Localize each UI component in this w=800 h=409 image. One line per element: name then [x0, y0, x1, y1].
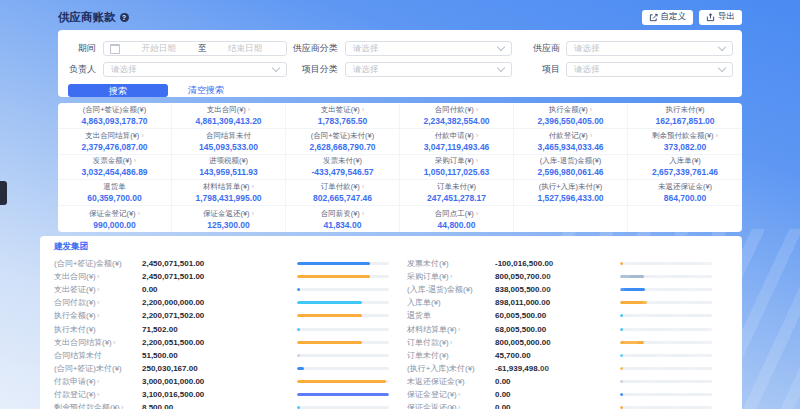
calendar-icon: [110, 44, 120, 54]
chevron-right-icon: ›: [134, 156, 137, 165]
group-row-label: (合同+签证)金额(¥): [54, 258, 142, 269]
card-label: 合同结算未付: [206, 131, 251, 141]
summary-card: 发票未付(¥)-433,479,546.57: [286, 155, 400, 181]
group-row[interactable]: 材料结算单(¥)›68,005,500.00: [407, 322, 712, 335]
bar-fill: [297, 328, 300, 331]
summary-card[interactable]: 付款申请(¥)›3,047,119,493.46: [400, 129, 514, 155]
group-row: 未返还保证金(¥)0.00: [407, 375, 712, 388]
bar-track: [297, 393, 389, 396]
search-button[interactable]: 搜索: [68, 84, 168, 97]
bar-fill: [297, 314, 362, 317]
supplier-select[interactable]: 请选择: [566, 41, 733, 56]
title-bar: 供应商账款 ? 自定义 导出: [58, 0, 742, 32]
chevron-down-icon: [497, 43, 505, 51]
card-label: 未返还保证金(¥): [658, 182, 712, 192]
bar-track: [297, 328, 389, 331]
group-row-label: 未返还保证金(¥): [407, 376, 495, 387]
start-date-placeholder: 开始日期: [124, 43, 194, 55]
bar-fill: [297, 354, 300, 357]
date-range-input[interactable]: 开始日期 至 结束日期: [103, 41, 287, 56]
card-label: 执行未付(¥): [665, 105, 704, 115]
drawer-handle[interactable]: [0, 181, 7, 205]
bar-track: [620, 354, 712, 357]
summary-card: 进项税额(¥)143,959,511.93: [172, 155, 286, 181]
summary-card[interactable]: 合同点工(¥)›44,800.00: [400, 206, 514, 232]
group-left-column: (合同+签证)金额(¥)2,450,071,501.00支出合同(¥)›2,45…: [40, 257, 391, 409]
owner-select[interactable]: 请选择: [103, 62, 287, 77]
group-row[interactable]: 订单付款(¥)›800,005,000.00: [407, 336, 712, 349]
help-icon[interactable]: ?: [120, 13, 129, 22]
summary-card[interactable]: 材料结算单(¥)›1,798,431,995.00: [172, 180, 286, 206]
group-row[interactable]: 保证金返还(¥)›0.00: [407, 401, 712, 409]
group-row-value: 60,005,500.00: [495, 311, 620, 320]
chevron-right-icon: ›: [362, 209, 365, 218]
card-label: 订单付款(¥)›: [321, 182, 365, 192]
group-row: (合同+签证)金额(¥)2,450,071,501.00: [54, 257, 389, 270]
customize-label: 自定义: [661, 11, 687, 23]
summary-card[interactable]: 保证金返还(¥)›125,300.00: [172, 206, 286, 232]
bar-track: [620, 301, 712, 304]
group-row[interactable]: 支出合同结算(¥)›2,200,051,500.00: [54, 336, 389, 349]
card-value: 2,396,550,405.00: [537, 116, 603, 126]
summary-card[interactable]: 付款登记(¥)›3,465,934,033.46: [514, 129, 628, 155]
supplier-category-select[interactable]: 请选择: [345, 41, 512, 56]
card-value: 2,628,668,790.70: [309, 142, 375, 152]
date-range-separator: 至: [198, 43, 207, 55]
card-value: 162,167,851.00: [655, 116, 714, 126]
summary-card[interactable]: 支出合同(¥)›4,861,309,413.20: [172, 103, 286, 129]
card-label: 发票金额(¥)›: [93, 156, 137, 166]
group-row[interactable]: 支出签证(¥)›0.00: [54, 283, 389, 296]
group-row[interactable]: 保证金登记(¥)›0.00: [407, 388, 712, 401]
chevron-right-icon: ›: [252, 182, 255, 191]
group-row[interactable]: 采购订单(¥)›800,050,700.00: [407, 270, 712, 283]
select-placeholder: 请选择: [111, 64, 137, 76]
group-row-value: 3,000,001,000.00: [142, 377, 297, 386]
project-select[interactable]: 请选择: [566, 62, 733, 77]
bar-track: [620, 314, 712, 317]
card-value: 373,082.00: [664, 142, 707, 152]
title-actions: 自定义 导出: [642, 10, 743, 25]
summary-card: (执行+入库)未付(¥)1,527,596,433.00: [514, 180, 628, 206]
bar-track: [297, 314, 389, 317]
summary-card[interactable]: 发票金额(¥)›3,032,454,486.89: [58, 155, 172, 181]
summary-card[interactable]: 执行金额(¥)›2,396,550,405.00: [514, 103, 628, 129]
bar-fill: [620, 393, 623, 396]
summary-card[interactable]: 保证金登记(¥)›990,000.00: [58, 206, 172, 232]
summary-card[interactable]: 合同薪资(¥)›41,834.00: [286, 206, 400, 232]
chevron-right-icon: ›: [97, 298, 100, 307]
clear-search-link[interactable]: 清空搜索: [188, 84, 224, 97]
chevron-right-icon: ›: [450, 338, 453, 347]
bar-fill: [297, 367, 304, 370]
owner-label: 负责人: [68, 63, 96, 76]
card-label: 合同付款(¥)›: [435, 105, 479, 115]
summary-card[interactable]: 剩余预付款金额(¥)›373,082.00: [628, 129, 742, 155]
group-row[interactable]: 执行金额(¥)›2,200,071,502.00: [54, 309, 389, 322]
group-detail-panel: 建发集团 (合同+签证)金额(¥)2,450,071,501.00支出合同(¥)…: [40, 236, 742, 409]
project-category-select[interactable]: 请选择: [345, 62, 512, 77]
summary-card[interactable]: 支出签证(¥)›1,783,765.50: [286, 103, 400, 129]
group-row[interactable]: 剩余预付款金额(¥)›8,500.00: [54, 401, 389, 409]
group-title[interactable]: 建发集团: [54, 241, 742, 253]
summary-card[interactable]: 支出合同结算(¥)›2,379,476,087.00: [58, 129, 172, 155]
group-row-value: 2,450,071,501.00: [142, 259, 297, 268]
summary-cards-panel: (合同+签证)金额(¥)4,863,093,178.70支出合同(¥)›4,86…: [58, 103, 742, 232]
customize-button[interactable]: 自定义: [642, 10, 694, 25]
bar-track: [620, 393, 712, 396]
summary-card[interactable]: 合同付款(¥)›2,234,382,554.00: [400, 103, 514, 129]
card-value: 4,863,093,178.70: [81, 116, 147, 126]
card-label: 入库单(¥): [669, 156, 701, 166]
group-row[interactable]: 合同付款(¥)›2,200,000,000.00: [54, 296, 389, 309]
group-row-label: 支出合同(¥)›: [54, 271, 142, 282]
card-value: 2,596,980,061.46: [537, 167, 603, 177]
group-row[interactable]: 支出合同(¥)›2,450,071,501.00: [54, 270, 389, 283]
summary-card[interactable]: 订单付款(¥)›802,665,747.46: [286, 180, 400, 206]
group-row-value: 898,011,000.00: [495, 298, 620, 307]
card-value: 60,359,700.00: [87, 193, 141, 203]
group-row[interactable]: 付款申请(¥)›3,000,001,000.00: [54, 375, 389, 388]
export-button[interactable]: 导出: [699, 10, 742, 25]
group-row[interactable]: 付款登记(¥)›3,100,016,500.00: [54, 388, 389, 401]
group-row-value: 2,450,071,501.00: [142, 272, 297, 281]
filter-row-2: 负责人 请选择 项目分类 请选择 项目 请选择: [68, 62, 733, 77]
summary-card[interactable]: 采购订单(¥)›1,050,117,025.63: [400, 155, 514, 181]
summary-card: (入库-退货)金额(¥)2,596,980,061.46: [514, 155, 628, 181]
